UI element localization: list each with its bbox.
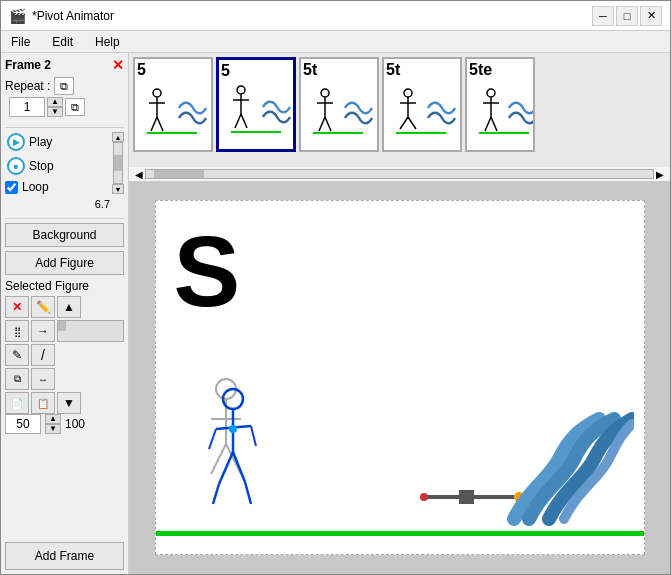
copy-frame-button[interactable]: ⧉ (54, 77, 74, 95)
add-frame-button[interactable]: Add Frame (5, 542, 124, 570)
repeat-value-input[interactable]: 1 (9, 97, 45, 117)
svg-line-40 (219, 452, 233, 484)
menu-file[interactable]: File (5, 33, 36, 51)
big-s-letter: S (174, 221, 241, 321)
background-button[interactable]: Background (5, 223, 124, 247)
play-icon: ▶ (7, 133, 25, 151)
repeat-label: Repeat : (5, 79, 50, 93)
svg-point-13 (321, 89, 329, 97)
frame-preview-3 (303, 73, 373, 148)
speed-down-icon: ▼ (115, 186, 122, 193)
edit-color-button[interactable]: ✏️ (31, 296, 55, 318)
frame-thumb-3[interactable]: 5t (299, 57, 379, 152)
frame-preview-2 (221, 72, 291, 147)
duplicate-tool[interactable]: ⧉ (5, 368, 29, 390)
svg-point-48 (420, 493, 428, 501)
frame-thumb-2[interactable]: 5 (216, 57, 296, 152)
playback-section: ▶ Play ■ Stop Loop (5, 132, 124, 194)
svg-line-23 (408, 117, 416, 129)
line-tool[interactable]: / (31, 344, 55, 366)
svg-line-5 (157, 117, 163, 131)
grid-tool[interactable]: ⣿ (5, 320, 29, 342)
minimize-button[interactable]: ─ (592, 6, 614, 26)
frame-preview-1 (137, 73, 207, 148)
speed-scrollbar[interactable] (113, 142, 123, 184)
tool-scroll-v[interactable] (57, 320, 124, 342)
paste-figure-button[interactable]: 📋 (31, 392, 55, 414)
menu-help[interactable]: Help (89, 33, 126, 51)
scroll-up-tool[interactable]: ▲ (57, 296, 81, 318)
animation-canvas[interactable]: S (155, 200, 645, 555)
speed-scrollbar-container: ▲ ▼ (112, 132, 124, 194)
speed-down-arrow[interactable]: ▼ (112, 184, 124, 194)
play-row: ▶ Play (5, 132, 108, 152)
strip-scroll-right[interactable]: ▶ (654, 169, 666, 180)
speed-up-arrow[interactable]: ▲ (112, 132, 124, 142)
copy-figure-button[interactable]: 📄 (5, 392, 29, 414)
strip-scroll-left[interactable]: ◀ (133, 169, 145, 180)
main-content: Frame 2 ✕ Repeat : ⧉ 1 ▲ ▼ ⧉ (1, 53, 670, 574)
pencil-tool[interactable]: ✎ (5, 344, 29, 366)
repeat-up-button[interactable]: ▲ (47, 97, 63, 107)
left-panel: Frame 2 ✕ Repeat : ⧉ 1 ▲ ▼ ⧉ (1, 53, 129, 574)
loop-checkbox[interactable] (5, 181, 18, 194)
repeat-down-button[interactable]: ▼ (47, 107, 63, 117)
copy2-icon: ⧉ (71, 101, 79, 114)
play-label[interactable]: Play (29, 135, 52, 149)
frame-thumb-1[interactable]: 5 (133, 57, 213, 152)
svg-line-41 (233, 452, 245, 482)
flip-tool[interactable]: ↔ (31, 368, 55, 390)
frame-preview-5 (469, 73, 534, 148)
frame-strip-wrapper: 5 (129, 53, 670, 181)
copy-icon: ⧉ (60, 80, 68, 93)
svg-line-33 (211, 444, 226, 474)
divider-1 (5, 127, 124, 128)
strip-scroll-track[interactable] (145, 169, 654, 179)
figure-tools: ✕ ✏️ ▲ ⣿ → ✎ / ⧉ ↔ (5, 296, 124, 414)
frame-delete-button[interactable]: ✕ (112, 57, 124, 73)
svg-line-17 (325, 117, 331, 131)
menu-edit[interactable]: Edit (46, 33, 79, 51)
svg-point-19 (404, 89, 412, 97)
arrow-right-tool[interactable]: → (31, 320, 55, 342)
strip-scroll-thumb (154, 170, 204, 178)
stop-label[interactable]: Stop (29, 159, 54, 173)
delete-figure-button[interactable]: ✕ (5, 296, 29, 318)
play-triangle: ▶ (13, 137, 20, 147)
copy-frame-button2[interactable]: ⧉ (65, 98, 85, 116)
svg-line-42 (213, 484, 219, 504)
size-down-button[interactable]: ▼ (45, 424, 61, 434)
title-controls: ─ □ ✕ (592, 6, 662, 26)
speed-value: 6.7 (5, 198, 110, 210)
speed-up-icon: ▲ (115, 134, 122, 141)
frame-header: Frame 2 ✕ (5, 57, 124, 73)
add-figure-button[interactable]: Add Figure (5, 251, 124, 275)
loop-label: Loop (22, 180, 49, 194)
frame-thumb-4[interactable]: 5t (382, 57, 462, 152)
svg-point-7 (237, 86, 245, 94)
stop-row: ■ Stop (5, 156, 108, 176)
title-bar: 🎬 *Pivot Animator ─ □ ✕ (1, 1, 670, 31)
window-title: *Pivot Animator (32, 9, 114, 23)
frame-preview-4 (386, 73, 456, 148)
stickman-figure[interactable] (201, 374, 281, 534)
repeat-spinner: ▲ ▼ (47, 97, 63, 117)
tool-row-2: ⣿ → (5, 320, 124, 342)
menubar: File Edit Help (1, 31, 670, 53)
svg-line-29 (491, 117, 497, 131)
close-button[interactable]: ✕ (640, 6, 662, 26)
selected-figure-label: Selected Figure (5, 279, 124, 293)
loop-row: Loop (5, 180, 108, 194)
frame-label: Frame 2 (5, 58, 51, 72)
canvas-area: S (129, 181, 670, 574)
size-up-button[interactable]: ▲ (45, 414, 61, 424)
steemit-logo (504, 409, 634, 529)
svg-point-25 (487, 89, 495, 97)
tool-row-1: ✕ ✏️ ▲ (5, 296, 124, 318)
tool-scroll-thumb (58, 321, 66, 331)
maximize-button[interactable]: □ (616, 6, 638, 26)
scroll-down-tool[interactable]: ▼ (57, 392, 81, 414)
repeat-row: Repeat : ⧉ (5, 77, 124, 95)
size-input[interactable]: 50 (5, 414, 41, 434)
frame-thumb-5[interactable]: 5te (465, 57, 535, 152)
